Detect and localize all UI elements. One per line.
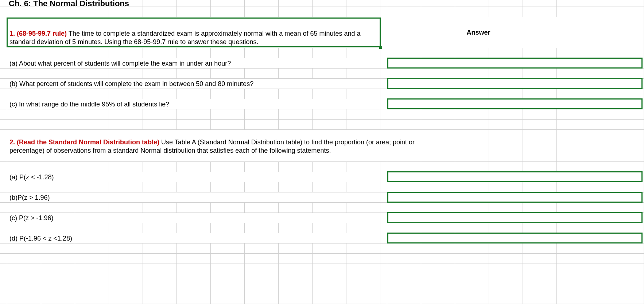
grid-cell[interactable] xyxy=(313,69,346,79)
grid-cell[interactable] xyxy=(523,7,557,17)
grid-cell[interactable] xyxy=(313,172,346,182)
grid-cell[interactable] xyxy=(109,172,143,182)
grid-cell[interactable] xyxy=(279,0,313,7)
grid-cell[interactable] xyxy=(279,99,313,109)
grid-cell[interactable] xyxy=(421,130,455,162)
grid-cell[interactable] xyxy=(143,48,177,58)
grid-cell[interactable] xyxy=(557,120,644,130)
grid-cell[interactable] xyxy=(523,182,557,192)
grid-cell[interactable] xyxy=(109,233,143,243)
grid-cell[interactable] xyxy=(489,7,523,17)
grid-cell[interactable] xyxy=(211,182,245,192)
grid-cell[interactable] xyxy=(421,69,455,79)
grid-cell[interactable] xyxy=(143,7,177,17)
grid-cell[interactable] xyxy=(143,182,177,192)
grid-cell[interactable] xyxy=(523,223,557,233)
grid-cell[interactable] xyxy=(346,254,380,264)
grid-cell[interactable] xyxy=(489,162,523,172)
grid-cell[interactable] xyxy=(380,203,387,213)
grid-cell[interactable] xyxy=(41,89,75,99)
grid-cell[interactable] xyxy=(523,0,557,7)
grid-cell[interactable] xyxy=(0,213,7,223)
grid-cell[interactable] xyxy=(75,162,109,172)
grid-cell[interactable] xyxy=(421,264,455,304)
grid-cell[interactable] xyxy=(489,120,523,130)
grid-cell[interactable] xyxy=(279,223,313,233)
grid-cell[interactable] xyxy=(245,203,279,213)
answer-box-q1a[interactable] xyxy=(387,58,643,69)
grid-cell[interactable] xyxy=(313,254,346,264)
grid-cell[interactable] xyxy=(245,162,279,172)
grid-cell[interactable] xyxy=(75,254,109,264)
grid-cell[interactable] xyxy=(41,109,75,120)
q1c-text[interactable]: (c) In what range do the middle 95% of a… xyxy=(8,99,171,109)
grid-cell[interactable] xyxy=(177,243,211,254)
grid-cell[interactable] xyxy=(41,243,75,254)
grid-cell[interactable] xyxy=(245,233,279,243)
grid-cell[interactable] xyxy=(455,223,489,233)
grid-cell[interactable] xyxy=(346,58,380,69)
grid-cell[interactable] xyxy=(380,109,387,120)
grid-cell[interactable] xyxy=(245,243,279,254)
grid-cell[interactable] xyxy=(346,0,380,7)
grid-cell[interactable] xyxy=(177,172,211,182)
grid-cell[interactable] xyxy=(380,69,387,79)
grid-cell[interactable] xyxy=(245,99,279,109)
grid-cell[interactable] xyxy=(75,264,109,304)
grid-cell[interactable] xyxy=(421,203,455,213)
grid-cell[interactable] xyxy=(41,162,75,172)
grid-cell[interactable] xyxy=(7,243,41,254)
grid-cell[interactable] xyxy=(211,243,245,254)
grid-cell[interactable] xyxy=(7,69,41,79)
grid-cell[interactable] xyxy=(346,120,380,130)
grid-cell[interactable] xyxy=(455,203,489,213)
grid-cell[interactable] xyxy=(455,69,489,79)
grid-cell[interactable] xyxy=(245,254,279,264)
grid-cell[interactable] xyxy=(245,120,279,130)
grid-cell[interactable] xyxy=(0,7,7,17)
grid-cell[interactable] xyxy=(75,69,109,79)
grid-cell[interactable] xyxy=(0,182,7,192)
grid-cell[interactable] xyxy=(380,0,387,7)
grid-cell[interactable] xyxy=(455,89,489,99)
grid-cell[interactable] xyxy=(245,7,279,17)
grid-cell[interactable] xyxy=(0,254,7,264)
grid-cell[interactable] xyxy=(211,264,245,304)
grid-cell[interactable] xyxy=(557,17,644,48)
grid-cell[interactable] xyxy=(455,264,489,304)
grid-cell[interactable] xyxy=(380,182,387,192)
grid-cell[interactable] xyxy=(387,264,421,304)
answer-box-q1b[interactable] xyxy=(387,78,643,89)
grid-cell[interactable] xyxy=(346,99,380,109)
grid-cell[interactable] xyxy=(455,48,489,58)
grid-cell[interactable] xyxy=(143,192,177,203)
grid-cell[interactable] xyxy=(177,182,211,192)
grid-cell[interactable] xyxy=(421,243,455,254)
grid-cell[interactable] xyxy=(421,89,455,99)
grid-cell[interactable] xyxy=(523,264,557,304)
grid-cell[interactable] xyxy=(313,120,346,130)
grid-cell[interactable] xyxy=(387,162,421,172)
grid-cell[interactable] xyxy=(143,264,177,304)
grid-cell[interactable] xyxy=(7,264,41,304)
grid-cell[interactable] xyxy=(211,109,245,120)
grid-cell[interactable] xyxy=(143,213,177,223)
grid-cell[interactable] xyxy=(109,182,143,192)
selection-handle-icon[interactable] xyxy=(379,46,382,49)
grid-cell[interactable] xyxy=(455,162,489,172)
grid-cell[interactable] xyxy=(346,223,380,233)
grid-cell[interactable] xyxy=(211,213,245,223)
grid-cell[interactable] xyxy=(7,254,41,264)
grid-cell[interactable] xyxy=(7,182,41,192)
grid-cell[interactable] xyxy=(380,172,387,182)
grid-cell[interactable] xyxy=(455,130,489,162)
grid-cell[interactable] xyxy=(557,0,644,7)
grid-cell[interactable] xyxy=(489,254,523,264)
q1b-text[interactable]: (b) What percent of students will comple… xyxy=(8,79,255,89)
grid-cell[interactable] xyxy=(211,162,245,172)
grid-cell[interactable] xyxy=(245,192,279,203)
grid-cell[interactable] xyxy=(489,48,523,58)
grid-cell[interactable] xyxy=(380,162,387,172)
grid-cell[interactable] xyxy=(313,58,346,69)
grid-cell[interactable] xyxy=(177,203,211,213)
